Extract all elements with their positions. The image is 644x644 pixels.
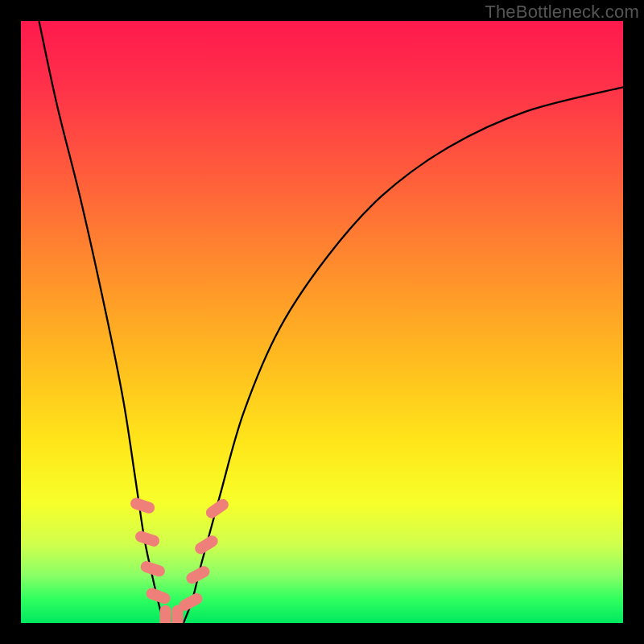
watermark-text: TheBottleneck.com (485, 2, 639, 23)
marker-right-2 (184, 564, 212, 586)
marker-bottom-1 (160, 605, 171, 623)
markers-group (129, 497, 230, 623)
chart-svg (21, 21, 623, 623)
marker-right-3 (193, 534, 221, 556)
marker-right-1 (177, 591, 204, 613)
right-curve (184, 87, 623, 623)
marker-right-4 (204, 497, 230, 520)
curves-group (39, 21, 623, 623)
marker-left-1 (129, 497, 156, 515)
plot-area (21, 21, 623, 623)
chart-frame: TheBottleneck.com (0, 0, 644, 644)
marker-left-2 (134, 530, 161, 548)
